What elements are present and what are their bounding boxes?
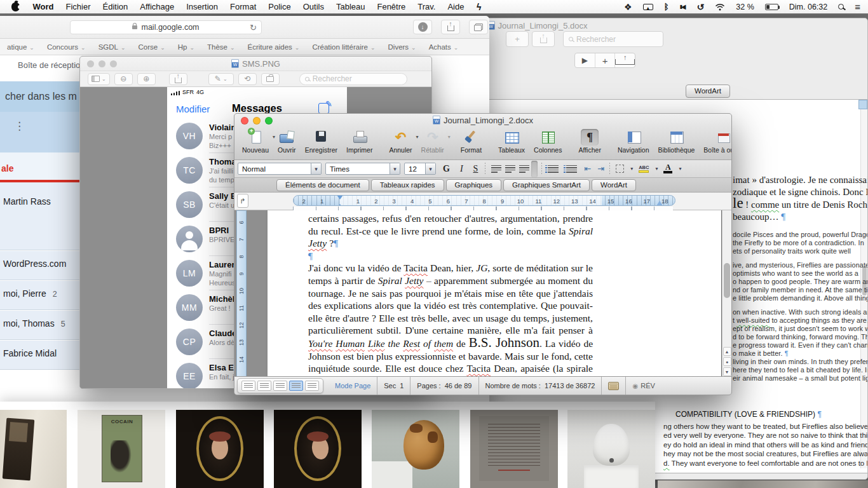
underline-button[interactable]: S (470, 164, 482, 174)
outline-view-button[interactable] (257, 381, 271, 391)
publishing-view-button[interactable] (273, 381, 287, 391)
menu-insertion[interactable]: Insertion (180, 2, 224, 11)
bookmark-item[interactable]: Thèse⌄ (201, 43, 241, 51)
zoom-out-button[interactable]: ⊖ (114, 73, 133, 85)
align-right-button[interactable] (519, 165, 529, 173)
page-layout-view-button[interactable] (289, 381, 303, 391)
photo-thumbnail-book[interactable] (0, 410, 67, 488)
decrease-indent-button[interactable]: ⇤ (584, 164, 591, 173)
menu-word[interactable]: Word (27, 2, 60, 11)
share-button[interactable] (615, 53, 635, 67)
word5-wordart-tab[interactable]: WordArt (686, 85, 730, 98)
bookmark-item[interactable]: Hp⌄ (172, 43, 200, 51)
increase-indent-button[interactable]: ⇥ (597, 164, 604, 173)
menu-fentre[interactable]: Fenêtre (371, 2, 412, 11)
pages-indicator[interactable]: Pages :46 de 89 (410, 377, 478, 395)
menu-affichage[interactable]: Affichage (134, 2, 180, 11)
ribbon-tab[interactable]: WordArt (592, 179, 636, 191)
apple-menu-icon[interactable] (11, 3, 20, 11)
url-field[interactable]: mail.google.com ↻ (70, 20, 262, 34)
script-menu-icon[interactable]: ϟ (470, 2, 487, 12)
photo-thumbnail-poster[interactable]: COCAIN (78, 410, 165, 488)
bold-button[interactable]: G (440, 164, 453, 174)
menu-aide[interactable]: Aide (442, 2, 470, 11)
airplay-display-icon[interactable] (643, 4, 653, 10)
toolbar-redo-arrow-button[interactable]: ▾Rétablir (417, 128, 448, 154)
scrollbar-thumb[interactable] (724, 263, 730, 298)
word-count-indicator[interactable]: Nombre de mots :17413 de 36872 (479, 377, 602, 395)
toolbar-format-brush-button[interactable]: Format (457, 128, 485, 154)
preview-search-field[interactable]: Rechercher (299, 73, 407, 85)
preview-share-button[interactable] (169, 73, 187, 85)
toolbar-save-floppy-button[interactable]: Enregistrer (301, 128, 341, 154)
word2-titlebar[interactable]: Journal_Limongi_2.docx ▾NouveauOuvrirEnr… (234, 114, 731, 160)
font-size-dropdown[interactable]: 12 (404, 163, 436, 175)
time-machine-icon[interactable]: ↺ (697, 2, 705, 12)
volume-icon[interactable]: ◀ (679, 3, 686, 10)
bookmark-item[interactable]: SGDL⌄ (93, 43, 132, 51)
align-left-button[interactable] (491, 165, 501, 173)
scroll-down-button[interactable]: ▼ (723, 367, 731, 376)
browse-object-button[interactable]: ● (723, 357, 731, 366)
downloads-button[interactable]: ↓ (413, 20, 432, 34)
align-center-button[interactable] (505, 165, 515, 173)
reload-icon[interactable]: ↻ (250, 23, 257, 32)
bookmark-item[interactable]: Concours⌄ (41, 43, 92, 51)
spotlight-icon[interactable] (838, 4, 844, 10)
ribbon-tab[interactable]: Tableaux rapides (371, 179, 444, 191)
style-dropdown[interactable]: Normal (238, 163, 322, 175)
menu-trav[interactable]: Trav. (412, 2, 442, 11)
track-changes-toggle[interactable]: RÉV (626, 377, 661, 395)
menu-police[interactable]: Police (262, 2, 297, 11)
play-button[interactable]: ▶ (575, 53, 595, 67)
preview-titlebar[interactable]: SMS.PNG (80, 57, 431, 71)
numbered-list-button[interactable] (548, 165, 559, 173)
ribbon-tab[interactable]: Graphiques (446, 179, 501, 191)
rotate-button[interactable]: ⟲ (238, 73, 257, 85)
word5-add-button[interactable]: + (506, 31, 529, 47)
photo-thumbnail-urinal[interactable] (567, 410, 655, 488)
bookmark-item[interactable]: Création littéraire⌄ (306, 43, 381, 51)
menu-clock[interactable]: Dim. 06:32 (789, 3, 827, 11)
battery-icon[interactable] (765, 4, 778, 10)
show-all-tabs-button[interactable] (469, 20, 488, 34)
justify-button[interactable] (531, 161, 538, 177)
menu-fichier[interactable]: Fichier (60, 2, 97, 11)
toolbar-open-folder-button[interactable]: Ouvrir (274, 128, 300, 154)
wifi-icon[interactable] (715, 3, 725, 11)
bluetooth-icon[interactable]: ᛒ (664, 2, 669, 11)
bookmark-item[interactable]: Corse⌄ (133, 43, 171, 51)
menu-tableau[interactable]: Tableau (330, 2, 371, 11)
toolbar-library-window-button[interactable]: Bibliothèque (654, 128, 699, 154)
word5-search-field[interactable]: Rechercher (563, 31, 663, 47)
borders-button[interactable] (616, 165, 624, 173)
bookmark-item[interactable]: atique⌄ (1, 43, 40, 51)
word2-scrollbar[interactable]: ▲ ● ▼ (722, 210, 731, 377)
toolbar-printer-button[interactable]: Imprimer (342, 128, 376, 154)
menu-dition[interactable]: Édition (97, 2, 134, 11)
more-options-icon[interactable]: ⋮ (14, 123, 25, 129)
notification-center-icon[interactable]: ≡ (855, 1, 860, 12)
photo-thumbnail-skull[interactable] (372, 410, 459, 488)
bookmark-item[interactable]: Divers⌄ (383, 43, 422, 51)
toolbar-columns-button[interactable]: Colonnes (530, 128, 566, 154)
bookmark-item[interactable]: Achats⌄ (423, 43, 465, 51)
dropbox-icon[interactable]: ❖ (624, 2, 632, 12)
toolbar-toolbox-button[interactable]: Boîte à outils (700, 128, 732, 154)
bookmark-item[interactable]: Écriture aides⌄ (242, 43, 306, 51)
toolbar-undo-arrow-button[interactable]: ▾Annuler (385, 128, 416, 154)
markup-pen-button[interactable]: ✎⌄ (208, 73, 234, 85)
sidebar-view-button[interactable]: ⌄ (88, 73, 110, 85)
font-color-button[interactable]: A (663, 164, 672, 173)
tab-stop-selector[interactable]: ↱ (237, 194, 248, 208)
scroll-up-button[interactable]: ▲ (723, 347, 731, 356)
toolbar-tables-grid-button[interactable]: Tableaux (494, 128, 529, 154)
safari-share-button[interactable] (441, 20, 460, 34)
markup-toolbox-button[interactable] (261, 73, 280, 85)
menu-format[interactable]: Format (224, 2, 262, 11)
draft-view-button[interactable] (241, 381, 255, 391)
menu-outils[interactable]: Outils (297, 2, 330, 11)
document-page[interactable]: certains passages, refus d'en retoucher … (268, 210, 721, 377)
photo-thumbnail-medallion-side[interactable] (274, 410, 362, 488)
spellcheck-book-icon[interactable] (602, 377, 626, 395)
